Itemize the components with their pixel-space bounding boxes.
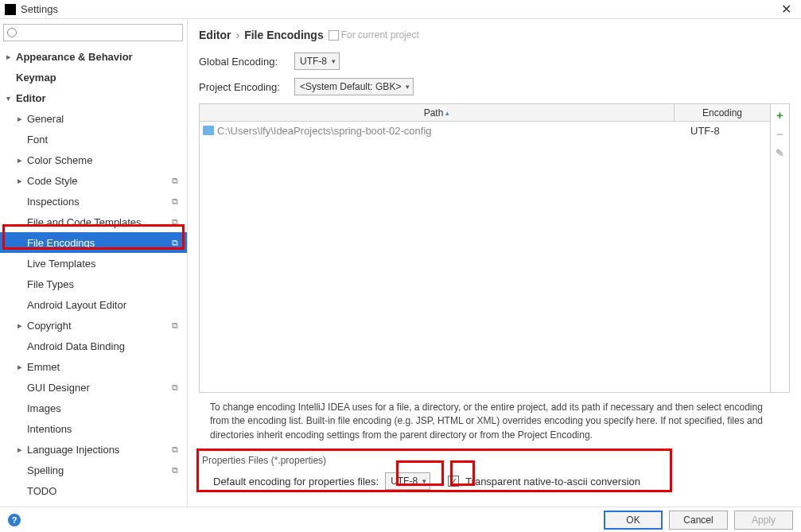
tree-item-label: Color Scheme xyxy=(27,154,187,166)
breadcrumb-editor[interactable]: Editor xyxy=(199,29,231,41)
ok-button[interactable]: OK xyxy=(604,511,663,530)
tree-item-label: General xyxy=(27,113,187,125)
tree-item-font[interactable]: Font xyxy=(0,129,187,150)
project-scope-icon: ⧉ xyxy=(169,320,181,331)
tree-item-images[interactable]: Images xyxy=(0,398,187,418)
app-icon xyxy=(5,4,16,15)
titlebar: Settings ✕ xyxy=(0,0,801,19)
tree-item-language-injections[interactable]: Language Injections⧉ xyxy=(0,439,187,460)
tree-item-appearance-behavior[interactable]: Appearance & Behavior xyxy=(0,46,187,67)
chevron-right-icon[interactable] xyxy=(17,155,27,165)
tree-item-emmet[interactable]: Emmet xyxy=(0,356,187,377)
transparent-ascii-label: Transparent native-to-ascii conversion xyxy=(465,476,640,487)
apply-button[interactable]: Apply xyxy=(734,511,793,530)
properties-section-title: Properties Files (*.properties) xyxy=(199,455,790,466)
tree-item-inspections[interactable]: Inspections⧉ xyxy=(0,191,187,212)
tree-item-file-types[interactable]: File Types xyxy=(0,274,187,294)
tree-item-label: Keymap xyxy=(16,72,187,83)
chevron-down-icon[interactable] xyxy=(6,94,16,103)
project-encoding-row: Project Encoding: <System Default: GBK> … xyxy=(199,78,790,95)
table-row[interactable]: C:\Users\lfy\IdeaProjects\spring-boot-02… xyxy=(200,122,770,139)
table-header: Path▴ Encoding xyxy=(200,104,770,122)
dialog-footer: ? OK Cancel Apply xyxy=(0,507,801,532)
close-icon[interactable]: ✕ xyxy=(776,2,796,17)
transparent-ascii-checkbox[interactable] xyxy=(448,476,459,487)
help-icon[interactable]: ? xyxy=(8,514,21,526)
table-body[interactable]: C:\Users\lfy\IdeaProjects\spring-boot-02… xyxy=(200,122,770,392)
tree-item-file-encodings[interactable]: File Encodings⧉ xyxy=(0,232,187,253)
encoding-cell[interactable]: UTF-8 xyxy=(675,125,770,137)
project-scope-badge: For current project xyxy=(329,29,419,41)
tree-item-label: File Encodings xyxy=(27,237,169,249)
cancel-button[interactable]: Cancel xyxy=(669,511,728,530)
settings-main-panel: Editor › File Encodings For current proj… xyxy=(188,19,801,507)
tree-item-keymap[interactable]: Keymap xyxy=(0,67,187,87)
chevron-right-icon[interactable] xyxy=(17,320,27,331)
tree-item-plugins[interactable]: Plugins xyxy=(0,501,187,507)
tree-item-label: Live Templates xyxy=(27,258,187,270)
tree-item-editor[interactable]: Editor xyxy=(0,87,187,108)
tree-item-label: Inspections xyxy=(27,196,169,208)
project-encoding-value: <System Default: GBK> xyxy=(300,81,401,92)
table-toolbar: + − ✎ xyxy=(770,104,789,392)
path-cell: C:\Users\lfy\IdeaProjects\spring-boot-02… xyxy=(200,125,675,137)
tree-item-spelling[interactable]: Spelling⧉ xyxy=(0,460,187,480)
tree-item-live-templates[interactable]: Live Templates xyxy=(0,253,187,274)
remove-button[interactable]: − xyxy=(773,126,787,141)
tree-item-copyright[interactable]: Copyright⧉ xyxy=(0,315,187,336)
tree-item-color-scheme[interactable]: Color Scheme xyxy=(0,150,187,170)
project-scope-icon: ⧉ xyxy=(169,382,181,393)
search-input[interactable] xyxy=(3,24,183,41)
edit-button[interactable]: ✎ xyxy=(773,146,787,160)
content-area: Appearance & BehaviorKeymapEditorGeneral… xyxy=(0,19,801,507)
encoding-hint-text: To change encoding IntelliJ IDEA uses fo… xyxy=(199,393,790,450)
project-scope-icon: ⧉ xyxy=(169,196,181,207)
tree-item-label: TODO xyxy=(27,485,187,497)
tree-item-label: Spelling xyxy=(27,464,169,476)
properties-row: Default encoding for properties files: U… xyxy=(199,472,790,490)
tree-item-label: File and Code Templates xyxy=(27,216,169,228)
chevron-down-icon: ▾ xyxy=(332,57,336,65)
path-column-header[interactable]: Path▴ xyxy=(200,104,675,121)
project-encoding-dropdown[interactable]: <System Default: GBK> ▾ xyxy=(294,78,414,95)
global-encoding-dropdown[interactable]: UTF-8 ▾ xyxy=(294,52,340,70)
path-text: C:\Users\lfy\IdeaProjects\spring-boot-02… xyxy=(217,125,432,137)
tree-item-general[interactable]: General xyxy=(0,108,187,129)
breadcrumb: Editor › File Encodings For current proj… xyxy=(199,29,790,41)
chevron-right-icon[interactable] xyxy=(17,114,27,124)
project-scope-icon: ⧉ xyxy=(169,444,181,455)
chevron-right-icon[interactable] xyxy=(6,52,16,62)
tree-item-label: Plugins xyxy=(16,506,187,507)
chevron-right-icon[interactable] xyxy=(17,362,27,372)
chevron-down-icon: ▾ xyxy=(422,477,426,485)
tree-item-file-and-code-templates[interactable]: File and Code Templates⧉ xyxy=(0,212,187,232)
settings-tree[interactable]: Appearance & BehaviorKeymapEditorGeneral… xyxy=(0,46,187,507)
folder-icon xyxy=(203,126,214,135)
project-encoding-label: Project Encoding: xyxy=(199,81,294,93)
global-encoding-row: Global Encoding: UTF-8 ▾ xyxy=(199,52,790,70)
chevron-down-icon: ▾ xyxy=(406,83,410,91)
tree-item-gui-designer[interactable]: GUI Designer⧉ xyxy=(0,377,187,398)
tree-item-code-style[interactable]: Code Style⧉ xyxy=(0,170,187,191)
encoding-column-header[interactable]: Encoding xyxy=(675,104,770,121)
chevron-right-icon[interactable] xyxy=(17,176,27,186)
project-scope-icon: ⧉ xyxy=(169,216,181,227)
chevron-right-icon[interactable] xyxy=(17,445,27,455)
tree-item-label: Images xyxy=(27,402,187,414)
tree-item-todo[interactable]: TODO xyxy=(0,480,187,501)
tree-item-label: Code Style xyxy=(27,175,169,187)
global-encoding-label: Global Encoding: xyxy=(199,56,294,68)
properties-encoding-dropdown[interactable]: UTF-8 ▾ xyxy=(385,472,430,490)
window-title: Settings xyxy=(21,3,776,15)
tree-item-intentions[interactable]: Intentions xyxy=(0,418,187,439)
search-row xyxy=(0,19,187,46)
tree-item-label: Appearance & Behavior xyxy=(16,51,187,63)
project-scope-icon: ⧉ xyxy=(169,464,181,476)
breadcrumb-separator: › xyxy=(235,29,239,41)
tree-item-android-layout-editor[interactable]: Android Layout Editor xyxy=(0,294,187,315)
add-button[interactable]: + xyxy=(773,107,787,122)
properties-encoding-value: UTF-8 xyxy=(391,476,418,487)
tree-item-label: Emmet xyxy=(27,361,187,373)
tree-item-android-data-binding[interactable]: Android Data Binding xyxy=(0,336,187,356)
default-encoding-label: Default encoding for properties files: xyxy=(213,476,379,487)
